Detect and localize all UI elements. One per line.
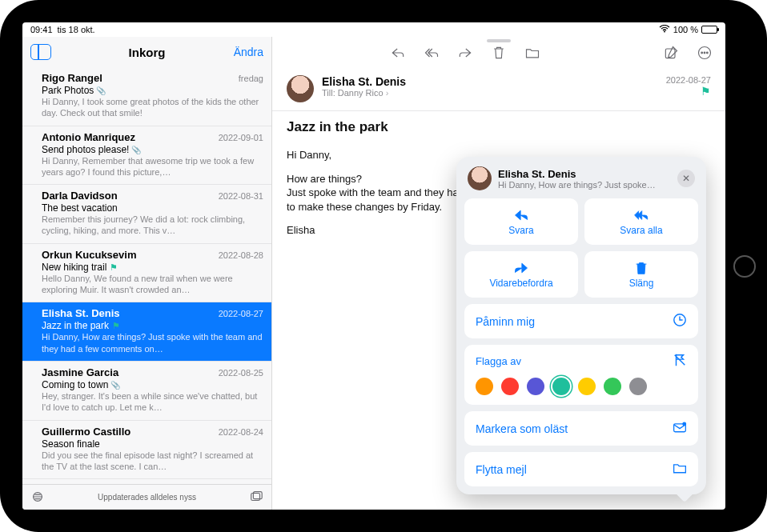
msg-date: 2022-08-25 [219,368,263,378]
flag-colors [476,378,687,395]
message-item[interactable]: Jasmine Garcia2022-08-25Coming to town📎H… [22,362,271,421]
msg-sender: Elisha St. Denis [42,307,120,319]
msg-date: fredag [239,74,263,83]
flag-color-5[interactable] [604,378,621,395]
svg-point-10 [704,52,705,54]
actions-popover: Elisha St. Denis Hi Danny, How are thing… [456,157,706,494]
msg-subject: The best vacation [42,202,263,214]
flag-color-1[interactable] [501,378,519,395]
svg-point-0 [664,31,665,33]
svg-point-11 [707,52,709,54]
compose-icon[interactable] [663,45,679,61]
msg-preview: Remember this journey? We did a lot: roc… [42,214,263,237]
close-icon[interactable]: ✕ [677,170,695,187]
forward-button[interactable]: Vidarebefordra [464,251,578,298]
unread-icon [673,420,687,437]
grab-handle[interactable] [487,39,511,42]
msg-date: 2022-08-24 [219,427,263,437]
popover-preview: Hi Danny, How are things? Just spoke… [498,180,671,190]
battery-icon [701,26,717,34]
message-list: Rigo RangelfredagPark Photos📎Hi Danny, I… [22,67,271,484]
msg-preview: Hi Danny, How are things? Just spoke wit… [42,331,263,354]
message-item[interactable]: Antonio Manriquez2022-09-01Send photos p… [22,126,271,186]
filter-icon[interactable] [30,490,45,505]
msg-sender: Orkun Kucuksevim [42,249,137,261]
msg-sender: Jasmine Garcia [42,366,118,378]
message-item[interactable]: Elisha St. Denis2022-08-27Jazz in the pa… [22,302,271,362]
svg-point-9 [701,52,703,54]
message-item[interactable]: Guillermo Castillo2022-08-24Season final… [22,421,271,480]
home-button[interactable] [733,255,756,278]
flag-color-0[interactable] [476,378,493,395]
attachment-icon: 📎 [131,146,141,154]
message-pane: Elisha St. Denis Till: Danny Rico › 2022… [272,37,725,510]
msg-date: 2022-08-27 [219,309,263,318]
reply-all-button[interactable]: Svara alla [584,198,698,245]
message-item[interactable]: Rigo RangelfredagPark Photos📎Hi Danny, I… [22,67,271,126]
reply-all-icon[interactable] [424,45,440,61]
mailbox-title: Inkorg [22,46,271,59]
reply-icon[interactable] [390,45,406,61]
msg-sender: Darla Davidson [42,190,118,202]
msg-sender: Guillermo Castillo [42,426,131,438]
msg-subject: Send photos please!📎 [42,144,263,155]
mail-from[interactable]: Elisha St. Denis [322,75,658,88]
popover-from: Elisha St. Denis [498,168,671,180]
flag-color-3[interactable] [552,378,570,395]
msg-date: 2022-08-31 [219,191,263,201]
msg-sender: Antonio Manriquez [42,131,135,143]
msg-preview: Hello Danny, We found a new trail when w… [42,273,263,296]
svg-point-14 [682,422,686,426]
folder-icon [673,461,687,478]
sender-avatar[interactable] [287,75,314,102]
unflag-button[interactable]: Flagga av [476,353,687,370]
attachment-icon: 📎 [110,381,120,390]
attachment-icon: 📎 [96,86,106,95]
msg-preview: Hi Danny, I took some great photos of th… [42,96,263,119]
battery-percent: 100 % [673,25,698,34]
mail-subject: Jazz in the park [287,119,711,135]
remind-button[interactable]: Påminn mig [464,304,698,338]
mail-to[interactable]: Till: Danny Rico › [322,88,658,98]
more-icon[interactable] [697,45,713,61]
flag-mini-icon: ⚑ [110,262,118,272]
flag-icon: ⚑ [666,85,711,98]
mark-unread-button[interactable]: Markera som oläst [464,411,698,446]
move-button[interactable]: Flytta mejl [464,452,698,486]
status-date: tis 18 okt. [58,25,95,34]
mail-date: 2022-08-27 [666,75,711,85]
msg-preview: Hi Danny, Remember that awesome trip we … [42,155,263,178]
sync-status: Uppdaterades alldeles nyss [45,493,249,502]
msg-preview: Hey, stranger. It's been a while since w… [42,390,263,414]
msg-preview: Did you see the final episode last night… [42,450,263,473]
msg-date: 2022-08-28 [219,250,263,260]
mailboxes-icon[interactable] [249,490,263,505]
flag-section: Flagga av [464,345,698,405]
flag-mini-icon: ⚑ [112,321,120,330]
msg-subject: Coming to town📎 [42,379,263,390]
msg-subject: Park Photos📎 [42,85,263,96]
flag-color-6[interactable] [629,378,647,395]
msg-subject: New hiking trail⚑ [42,262,263,273]
reply-button[interactable]: Svara [464,198,578,245]
msg-subject: Season finale [42,438,263,450]
msg-sender: Rigo Rangel [42,72,102,84]
trash-icon[interactable] [491,45,507,61]
status-bar: 09:41 tis 18 okt. 100 % [22,22,725,37]
flag-off-icon [673,353,687,370]
wifi-icon [659,25,670,34]
msg-date: 2022-09-01 [219,133,263,142]
flag-color-4[interactable] [578,378,596,395]
mailbox-sidebar: Inkorg Ändra Rigo RangelfredagPark Photo… [22,37,272,510]
flag-color-2[interactable] [527,378,544,395]
message-item[interactable]: Orkun Kucuksevim2022-08-28New hiking tra… [22,244,271,303]
clock-icon [673,313,687,330]
status-time: 09:41 [30,25,53,34]
trash-button[interactable]: Släng [584,251,698,298]
popover-avatar [468,166,492,190]
move-icon[interactable] [524,45,540,61]
message-item[interactable]: Darla Davidson2022-08-31The best vacatio… [22,185,271,244]
forward-icon[interactable] [457,45,473,61]
msg-subject: Jazz in the park⚑ [42,320,263,331]
